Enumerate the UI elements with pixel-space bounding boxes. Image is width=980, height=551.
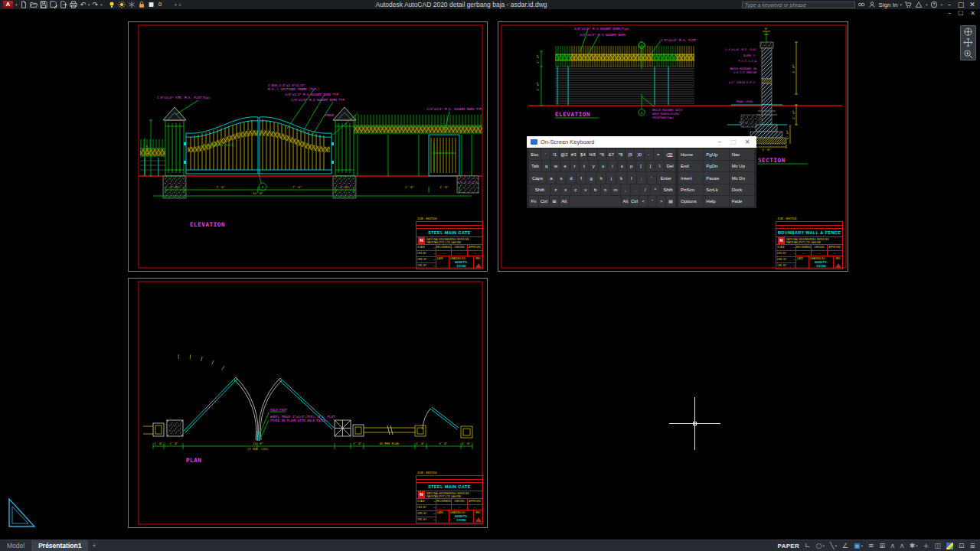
osk-key-s[interactable]: s bbox=[557, 172, 566, 183]
redo-dropdown-icon[interactable]: ▾ bbox=[100, 2, 103, 7]
osk-key-ctrl[interactable]: Ctrl bbox=[630, 196, 639, 207]
osk-key-enter[interactable]: Enter bbox=[657, 172, 675, 183]
osk-key-9[interactable]: (9 bbox=[626, 149, 634, 160]
isodraft-icon[interactable]: ○▾ bbox=[816, 542, 825, 549]
osk-key-dock[interactable]: Dock bbox=[730, 184, 754, 195]
annotation-autoscale-icon[interactable]: ʌ bbox=[900, 542, 903, 549]
osk-key-o[interactable]: o bbox=[618, 161, 626, 171]
osk-key-f[interactable]: f bbox=[577, 172, 586, 183]
osk-key-sym[interactable]: ' bbox=[647, 172, 656, 183]
osk-key-m[interactable]: m bbox=[611, 184, 620, 195]
layer-color-swatch[interactable] bbox=[148, 1, 156, 8]
osk-key-del[interactable]: Del bbox=[665, 161, 675, 171]
osk-key-5[interactable]: %5 bbox=[588, 149, 596, 160]
osk-key-n[interactable]: n bbox=[601, 184, 610, 195]
osk-key-options[interactable]: Options bbox=[678, 196, 703, 207]
osk-key-sym[interactable]: , bbox=[621, 184, 630, 195]
osk-key-tab[interactable]: Tab bbox=[529, 161, 541, 171]
osk-key-sym[interactable]: / bbox=[641, 184, 650, 195]
osk-key-1[interactable]: !1 bbox=[550, 149, 559, 160]
sign-in-dropdown-icon[interactable]: ▾ bbox=[900, 2, 902, 7]
isodraft-icon-dropdown[interactable]: ▾ bbox=[822, 543, 825, 548]
maximize-button[interactable]: □ bbox=[956, 1, 965, 8]
osk-key-alt[interactable]: Alt bbox=[560, 196, 569, 207]
osk-key-e[interactable]: e bbox=[561, 161, 570, 171]
lineweight-icon[interactable]: ≡ bbox=[868, 542, 874, 549]
open-file-icon[interactable] bbox=[30, 1, 38, 8]
layer-dropdown-icon[interactable]: ▾ bbox=[175, 2, 177, 7]
performance-icon[interactable] bbox=[946, 543, 953, 549]
osk-key-home[interactable]: Home bbox=[678, 149, 703, 160]
osk-key-space[interactable] bbox=[570, 196, 621, 207]
osk-key-c[interactable]: c bbox=[571, 184, 580, 195]
toolbar-more-icon[interactable]: ≡ bbox=[179, 2, 181, 7]
osk-key-ctrl[interactable]: Ctrl bbox=[539, 196, 549, 207]
annotation-visibility-icon[interactable]: ʌ bbox=[890, 542, 894, 549]
osk-key-t[interactable]: t bbox=[580, 161, 588, 171]
object-snap-icon-dropdown[interactable]: ▾ bbox=[861, 543, 864, 548]
osk-key-sym[interactable]: ` bbox=[541, 149, 550, 160]
clean-screen-icon[interactable]: ⊡ bbox=[959, 542, 965, 549]
ortho-icon-dropdown[interactable]: ▾ bbox=[835, 543, 837, 548]
new-file-icon[interactable] bbox=[20, 1, 28, 8]
app-dropdown-icon[interactable]: ▾ bbox=[926, 2, 928, 7]
doc-close-button[interactable]: ✕ bbox=[970, 10, 975, 17]
osk-key-mvdn[interactable]: Mv Dn bbox=[730, 172, 754, 183]
annotation-scale-icon-dropdown[interactable]: ▾ bbox=[916, 543, 918, 548]
osk-key-4[interactable]: $4 bbox=[579, 149, 587, 160]
osk-key-0[interactable]: )0 bbox=[635, 149, 643, 160]
selection-cycling-icon[interactable]: + bbox=[923, 542, 929, 549]
osk-key-x[interactable]: x bbox=[561, 184, 570, 195]
osk-key-pgdn[interactable]: PgDn bbox=[704, 161, 728, 171]
osk-key-help[interactable]: Help bbox=[704, 196, 728, 207]
osk-key-caps[interactable]: Caps bbox=[529, 172, 546, 183]
paper-space-toggle[interactable]: PAPER bbox=[778, 543, 799, 549]
snap-icon[interactable]: ∟ bbox=[805, 542, 811, 549]
osk-key-v[interactable]: v bbox=[581, 184, 590, 195]
osk-key-nav[interactable]: Nav bbox=[730, 149, 754, 160]
osk-key-fade[interactable]: Fade bbox=[730, 196, 754, 207]
help-dropdown-icon[interactable]: ▾ bbox=[940, 2, 942, 7]
osk-key-sym[interactable]: - bbox=[645, 149, 653, 160]
osk-key-sym[interactable]: ] bbox=[646, 161, 655, 171]
search-input[interactable] bbox=[742, 2, 855, 8]
osk-close-button[interactable]: ✕ bbox=[742, 139, 753, 145]
osk-key-p[interactable]: p bbox=[627, 161, 635, 171]
on-screen-keyboard-window[interactable]: On-Screen Keyboard – □ ✕ Esc`!1@2#3$4%5^… bbox=[527, 136, 756, 208]
app-store-cart-icon[interactable] bbox=[904, 1, 913, 8]
osk-key-sym[interactable]: > bbox=[657, 196, 665, 207]
layer-on-bulb-icon[interactable] bbox=[108, 1, 116, 8]
save-as-icon[interactable] bbox=[50, 1, 58, 8]
osk-key-w[interactable]: w bbox=[551, 161, 560, 171]
osk-key-pause[interactable]: Pause bbox=[704, 172, 728, 183]
osk-key-i[interactable]: i bbox=[608, 161, 616, 171]
autodesk-app-icon[interactable] bbox=[915, 1, 923, 8]
minimize-button[interactable]: – bbox=[945, 1, 954, 8]
osk-key-b[interactable]: b bbox=[591, 184, 600, 195]
doc-minimize-button[interactable]: – bbox=[948, 10, 951, 17]
osk-key-sym[interactable]: < bbox=[639, 196, 648, 207]
tab-presentation1[interactable]: Présentation1 bbox=[31, 540, 88, 551]
annotation-scale-icon[interactable]: ✱▾ bbox=[910, 542, 918, 549]
tab-model[interactable]: Model bbox=[0, 540, 31, 551]
undo-icon[interactable]: ↶ bbox=[80, 1, 87, 8]
osk-key-8[interactable]: *8 bbox=[616, 149, 625, 160]
object-snap-icon[interactable]: ▣▾ bbox=[854, 542, 863, 549]
osk-key-g[interactable]: g bbox=[586, 172, 596, 183]
osk-key-sym[interactable]: ⌫ bbox=[663, 149, 675, 160]
osk-key-y[interactable]: y bbox=[590, 161, 598, 171]
doc-restore-button[interactable]: ☐ bbox=[958, 10, 963, 17]
osk-key-end[interactable]: End bbox=[678, 161, 703, 171]
undo-dropdown-icon[interactable]: ▾ bbox=[88, 2, 90, 7]
osk-key-shift[interactable]: Shift bbox=[661, 184, 675, 195]
osk-key-sym[interactable]: \ bbox=[655, 161, 664, 171]
osk-key-r[interactable]: r bbox=[570, 161, 579, 171]
autocad-logo[interactable]: A bbox=[3, 1, 13, 8]
osk-key-insert[interactable]: Insert bbox=[678, 172, 703, 183]
osk-key-l[interactable]: l bbox=[627, 172, 636, 183]
quick-properties-icon[interactable]: ◫ bbox=[934, 542, 941, 549]
osk-key-6[interactable]: ^6 bbox=[597, 149, 606, 160]
close-button[interactable]: ✕ bbox=[968, 1, 977, 8]
osk-key-a[interactable]: a bbox=[547, 172, 556, 183]
osk-key-j[interactable]: j bbox=[606, 172, 616, 183]
